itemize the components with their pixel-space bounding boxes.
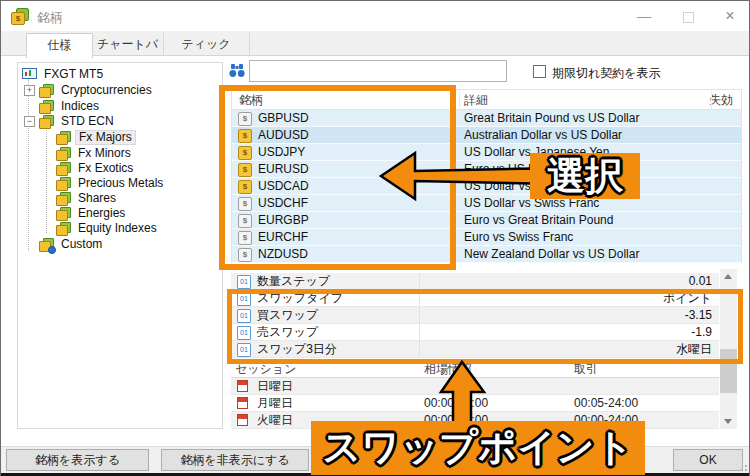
property-icon: 01 [237,343,251,357]
property-row-swap-long[interactable]: 01買スワップ-3.15 [231,307,719,324]
hide-symbol-button[interactable]: 銘柄を非表示にする [161,449,309,471]
symbol-row-audusd[interactable]: $AUDUSDAustralian Dollar vs US Dollar [232,127,741,144]
property-icon: 01 [237,292,251,306]
tree-item-energies[interactable]: Energies [56,206,128,222]
terminal-icon [22,68,37,81]
search-input[interactable] [249,60,507,82]
tab-chart-bars[interactable]: チャートバー [92,33,164,56]
show-symbol-button[interactable]: 銘柄を表示する [6,449,149,471]
currency-icon: $ [238,214,252,228]
collapse-minus-icon[interactable]: − [24,116,35,127]
tree-item-cryptocurrencies[interactable]: +Cryptocurrencies [24,83,155,99]
window-title: 銘柄 [37,9,63,27]
tree-item-precious-metals[interactable]: Precious Metals [56,176,166,192]
folder-icon [39,84,54,98]
symbol-row-nzdusd[interactable]: $NZDUSDNew Zealand Dollar vs US Dollar [232,246,741,263]
scroll-up-button[interactable] [720,269,737,284]
vertical-scrollbar[interactable] [720,269,737,429]
calendar-icon [237,414,248,426]
tree-item-equity-indexes[interactable]: Equity Indexes [56,221,160,237]
column-trade: 取引 [574,361,598,378]
symbols-table-header: 銘柄 詳細 失効 [232,90,741,110]
tab-ticks[interactable]: ティック [163,33,250,56]
folder-icon [56,177,71,191]
property-icon: 01 [237,309,251,323]
tree-item-fx-minors[interactable]: Fx Minors [56,146,134,162]
property-icon: 01 [237,326,251,340]
symbols-app-icon: $ [11,8,29,24]
column-quotes: 相場情報 [424,361,472,378]
chevron-up-icon [724,274,732,279]
currency-icon: $ [238,180,252,194]
currency-icon: $ [238,163,252,177]
symbol-row-usdchf[interactable]: $USDCHFUS Dollar vs Swiss Franc [232,195,741,212]
column-description[interactable]: 詳細 [464,90,488,110]
folder-icon [56,162,71,176]
minimize-button[interactable]: — [623,1,665,31]
calendar-icon [237,380,248,392]
session-row-sunday[interactable]: 日曜日 [231,378,719,395]
currency-icon: $ [238,248,252,262]
expand-plus-icon[interactable]: + [24,85,35,96]
tree-item-fxgt-mt5[interactable]: FXGT MT5 [22,67,106,83]
symbols-dialog: $ 銘柄 — × 仕様 チャートバー ティック FXGT MT5 +Crypto… [0,0,750,476]
tree-item-custom[interactable]: Custom [39,237,105,253]
gear-icon [48,246,56,254]
maximize-icon [683,12,694,23]
session-row-tuesday[interactable]: 火曜日00:00-24:0000:00-24:00 [231,412,719,429]
folder-icon [56,222,71,236]
symbol-row-gbpusd[interactable]: $GBPUSDGreat Britain Pound vs US Dollar [232,110,741,127]
symbol-row-eurgbp[interactable]: $EURGBPEuro vs Great Britain Pound [232,212,741,229]
custom-folder-icon [39,238,54,252]
close-icon: × [725,7,734,24]
tree-connector [46,125,47,233]
scrollbar-thumb[interactable] [720,349,737,393]
symbols-table: 銘柄 詳細 失効 $GBPUSDGreat Britain Pound vs U… [231,89,742,263]
title-bar: $ 銘柄 — × [1,1,749,31]
folder-icon [39,100,54,114]
folder-icon [56,207,71,221]
currency-icon: $ [238,197,252,211]
property-row-swap-3day[interactable]: 01スワップ3日分水曜日 [231,341,719,358]
minimize-icon: — [637,8,651,24]
session-row-monday[interactable]: 月曜日00:00-24:0000:05-24:00 [231,395,719,412]
folder-icon [39,115,54,129]
folder-icon [56,192,71,206]
sessions-header: セッション 相場情報 取引 [231,361,719,378]
resize-grip[interactable] [739,463,747,471]
tree-item-fx-exotics[interactable]: Fx Exotics [56,161,136,177]
close-button[interactable]: × [709,1,750,31]
column-session: セッション [235,361,296,378]
currency-icon: $ [238,231,252,245]
symbol-row-eurusd[interactable]: $EURUSDEuro vs US Dollar [232,161,741,178]
expired-contracts-label: 期限切れ契約を表示 [552,65,661,82]
scroll-down-button[interactable] [720,414,737,429]
tree-connector [28,79,29,251]
tree-item-shares[interactable]: Shares [56,191,119,207]
maximize-button[interactable] [667,1,709,31]
symbol-row-usdcad[interactable]: $USDCADUS Dollar vs Canadian Dollar [232,178,741,195]
property-row-swap-type[interactable]: 01スワップタイプポイント [231,290,719,307]
property-row-swap-short[interactable]: 01売スワップ-1.9 [231,324,719,341]
currency-icon: $ [238,146,252,160]
symbol-group-tree: FXGT MT5 +Cryptocurrencies Indices −STD … [17,62,223,429]
tree-item-indices[interactable]: Indices [39,99,102,115]
folder-icon [56,131,71,145]
column-symbol[interactable]: 銘柄 [239,90,263,110]
ok-button[interactable]: OK [673,449,743,471]
search-binoculars-icon [228,62,246,80]
tab-specification[interactable]: 仕様 [26,33,93,58]
chevron-down-icon [724,419,732,424]
expired-contracts-checkbox[interactable] [533,65,546,78]
symbol-row-usdjpy[interactable]: $USDJPYUS Dollar vs Japanese Yen [232,144,741,161]
column-expiry[interactable]: 失効 [709,90,733,110]
property-row-volume-step[interactable]: 01数量ステップ0.01 [231,273,719,290]
tree-item-std-ecn[interactable]: −STD ECN [24,114,117,130]
calendar-icon [237,397,248,409]
currency-icon: $ [238,129,252,143]
tree-item-fx-majors[interactable]: Fx Majors [56,130,136,146]
symbol-row-eurchf[interactable]: $EURCHFEuro vs Swiss Franc [232,229,741,246]
property-icon: 01 [237,275,251,289]
folder-icon [56,147,71,161]
currency-icon: $ [238,112,252,126]
